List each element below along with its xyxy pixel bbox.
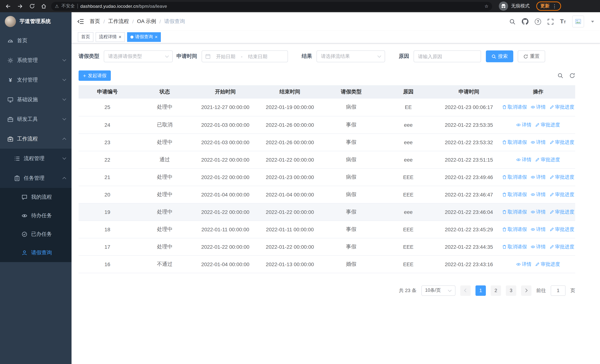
result-select[interactable]: 请选择流结果 — [317, 50, 385, 62]
reset-button[interactable]: 重置 — [518, 50, 545, 62]
approval-progress-link[interactable]: 审批进度 — [535, 261, 560, 267]
date-range-picker[interactable]: - — [202, 50, 288, 62]
table-refresh-icon[interactable] — [569, 73, 575, 79]
tab-leave-query[interactable]: 请假查询 × — [127, 32, 161, 42]
sidebar-fold-icon[interactable] — [77, 19, 84, 24]
detail-link[interactable]: 详情 — [531, 104, 546, 111]
cancel-leave-link[interactable]: 取消请假 — [502, 104, 527, 111]
home-icon[interactable] — [39, 2, 48, 10]
trash-icon — [502, 227, 506, 232]
cancel-leave-link[interactable]: 取消请假 — [502, 226, 527, 233]
help-icon[interactable]: ? — [535, 18, 541, 25]
sidebar-item-my-processes[interactable]: 我的流程 — [0, 188, 72, 206]
end-date-input[interactable] — [244, 54, 272, 59]
page-button-2[interactable]: 2 — [491, 285, 501, 296]
pen-icon — [549, 244, 554, 249]
trash-icon — [502, 175, 506, 179]
search-button[interactable]: 搜索 — [486, 50, 513, 62]
bookmark-star-icon[interactable]: ☆ — [484, 3, 488, 9]
sidebar-item-infrastructure[interactable]: 基础设施 — [0, 90, 72, 109]
app-logo[interactable]: 芋道管理系统 — [0, 12, 72, 31]
approval-progress-link[interactable]: 审批进度 — [535, 156, 560, 163]
trash-icon — [502, 140, 506, 144]
security-label[interactable]: 不安全 — [62, 3, 75, 9]
sidebar-item-payment-management[interactable]: ¥ 支付管理 — [0, 70, 72, 90]
detail-link[interactable]: 详情 — [531, 208, 546, 215]
prev-page-button[interactable] — [460, 285, 471, 296]
github-icon[interactable] — [522, 18, 528, 25]
sidebar: 芋道管理系统 首页 系统管理 ¥ 支付管理 — [0, 12, 72, 364]
sidebar-item-process-management[interactable]: 流程管理 — [0, 149, 72, 168]
sidebar-item-dev-tools[interactable]: 研发工具 — [0, 109, 72, 129]
sidebar-item-workflow[interactable]: 工作流程 — [0, 129, 72, 149]
approval-progress-link[interactable]: 审批进度 — [535, 121, 560, 128]
page-button-1[interactable]: 1 — [476, 285, 486, 296]
breadcrumb-workflow[interactable]: 工作流程 — [108, 18, 129, 25]
breadcrumb-oa-example[interactable]: OA 示例 — [137, 18, 156, 25]
sidebar-item-home[interactable]: 首页 — [0, 31, 72, 50]
avatar[interactable] — [572, 16, 584, 28]
detail-link[interactable]: 详情 — [516, 261, 531, 267]
cancel-leave-link[interactable]: 取消请假 — [502, 208, 527, 215]
detail-link[interactable]: 详情 — [516, 121, 531, 128]
back-icon[interactable] — [4, 2, 13, 10]
chevron-down-icon[interactable] — [591, 20, 594, 22]
close-icon[interactable]: × — [155, 35, 158, 39]
tags-view: 首页 流程详情 × 请假查询 × — [72, 31, 600, 43]
detail-link[interactable]: 详情 — [516, 156, 531, 163]
approval-progress-link[interactable]: 审批进度 — [549, 191, 574, 198]
sidebar-item-pending-tasks[interactable]: 待办任务 — [0, 206, 72, 225]
font-size-icon[interactable]: TT — [560, 18, 566, 25]
approval-progress-link[interactable]: 审批进度 — [549, 208, 574, 215]
chevron-down-icon — [165, 54, 169, 58]
search-icon[interactable] — [509, 18, 516, 25]
cancel-leave-link[interactable]: 取消请假 — [502, 139, 527, 146]
goto-page-input[interactable] — [551, 285, 565, 296]
start-date-input[interactable] — [212, 54, 239, 59]
reload-icon[interactable] — [28, 2, 36, 10]
total-count: 共 23 条 — [399, 287, 417, 294]
sidebar-item-system-management[interactable]: 系统管理 — [0, 50, 72, 70]
approval-progress-link[interactable]: 审批进度 — [549, 104, 574, 111]
approval-progress-link[interactable]: 审批进度 — [549, 226, 574, 233]
breadcrumb-home[interactable]: 首页 — [90, 18, 100, 25]
yen-icon: ¥ — [7, 77, 13, 83]
cancel-leave-link[interactable]: 取消请假 — [502, 191, 527, 198]
eye-icon — [516, 157, 521, 162]
table-row: 21 处理中 2022-01-22 00:00:00 2022-01-23 00… — [79, 168, 575, 186]
detail-link[interactable]: 详情 — [531, 139, 546, 146]
detail-link[interactable]: 详情 — [531, 191, 546, 198]
tab-process-detail[interactable]: 流程详情 × — [96, 32, 125, 42]
address-bar[interactable]: ⚠ 不安全 dashboard.yudao.iocoder.cn/bpm/oa/… — [51, 2, 492, 10]
sidebar-menu: 首页 系统管理 ¥ 支付管理 基础设施 — [0, 31, 72, 364]
browser-menu-icon[interactable]: ⋮ — [552, 3, 557, 9]
cancel-leave-link[interactable]: 取消请假 — [502, 243, 527, 250]
page-button-3[interactable]: 3 — [506, 285, 516, 296]
sidebar-item-done-tasks[interactable]: 已办任务 — [0, 225, 72, 243]
chevron-down-icon — [448, 288, 451, 292]
tab-home[interactable]: 首页 — [78, 32, 94, 42]
page-unit-label: 页 — [570, 287, 575, 294]
page-size-select[interactable]: 10条/页 — [421, 285, 455, 296]
detail-link[interactable]: 详情 — [531, 243, 546, 250]
close-icon[interactable]: × — [119, 35, 121, 39]
sidebar-item-task-management[interactable]: 任务管理 — [0, 168, 72, 188]
fullscreen-icon[interactable] — [547, 18, 554, 25]
next-page-button[interactable] — [521, 285, 531, 296]
approval-progress-link[interactable]: 审批进度 — [549, 174, 574, 180]
sidebar-item-leave-query[interactable]: 请假查询 — [0, 243, 72, 262]
detail-link[interactable]: 详情 — [531, 174, 546, 180]
create-leave-button[interactable]: + 发起请假 — [79, 70, 111, 81]
browser-update-button[interactable]: 更新 ⋮ — [536, 1, 561, 11]
pen-icon — [549, 105, 554, 110]
table-search-icon[interactable] — [557, 73, 563, 79]
eye-icon — [531, 244, 535, 249]
main-area: 首页 / 工作流程 / OA 示例 / 请假查询 ? — [72, 12, 600, 364]
cancel-leave-link[interactable]: 取消请假 — [502, 174, 527, 180]
leave-type-select[interactable]: 请选择请假类型 — [104, 50, 173, 62]
approval-progress-link[interactable]: 审批进度 — [549, 139, 574, 146]
reason-input[interactable] — [413, 50, 481, 62]
detail-link[interactable]: 详情 — [531, 226, 546, 233]
forward-icon[interactable] — [16, 2, 24, 10]
approval-progress-link[interactable]: 审批进度 — [549, 243, 574, 250]
